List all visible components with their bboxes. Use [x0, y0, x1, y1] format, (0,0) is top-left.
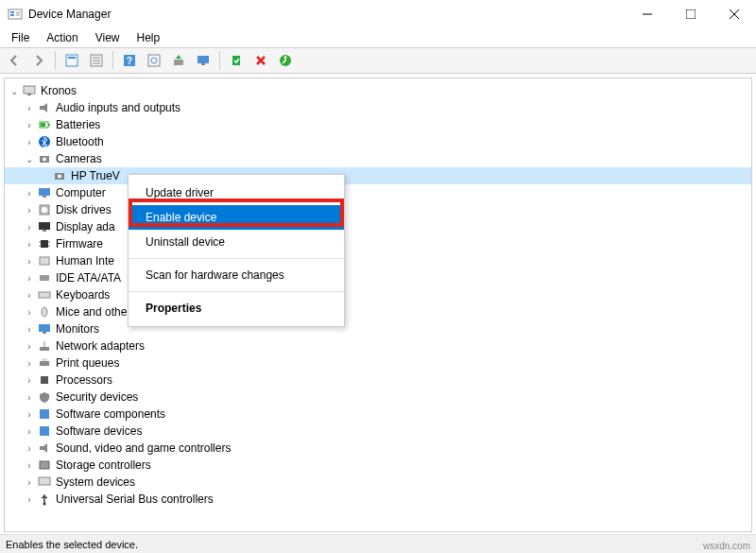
expand-icon[interactable]: › — [24, 375, 35, 386]
tree-category[interactable]: ›Batteries — [5, 116, 751, 133]
context-menu-separator — [129, 258, 344, 259]
expand-icon[interactable]: › — [24, 392, 35, 403]
expand-icon[interactable]: › — [24, 460, 35, 471]
tree-category[interactable]: ›Universal Serial Bus controllers — [5, 491, 751, 508]
system-icon — [37, 475, 52, 490]
camera-icon — [52, 168, 67, 183]
expand-icon[interactable]: › — [24, 273, 35, 284]
expand-icon[interactable]: › — [24, 256, 35, 267]
tree-category[interactable]: ›System devices — [5, 474, 751, 491]
tree-category[interactable]: ›Software devices — [5, 423, 751, 440]
tree-category[interactable]: ›Software components — [5, 406, 751, 423]
collapse-icon[interactable]: ⌄ — [9, 86, 20, 96]
context-menu-item[interactable]: Enable device — [129, 205, 344, 230]
expand-icon[interactable]: › — [24, 222, 35, 233]
enable-button[interactable] — [226, 50, 247, 71]
tree-category[interactable]: ⌄Cameras — [5, 150, 751, 167]
expand-icon[interactable]: › — [24, 324, 35, 335]
context-menu-item[interactable]: Uninstall device — [129, 230, 344, 254]
toolbar-separator — [55, 51, 56, 70]
tree-category[interactable]: ›Disk drives — [5, 201, 751, 218]
tree-category-label: System devices — [56, 475, 135, 489]
tree-category[interactable]: ›Mice and other pointing devices — [5, 303, 751, 320]
svg-rect-24 — [27, 94, 31, 95]
tree-device[interactable]: HP TrueV — [5, 167, 751, 184]
menu-file[interactable]: File — [4, 29, 37, 46]
tree-category[interactable]: ›Human Inte — [5, 252, 751, 269]
expand-icon[interactable]: › — [24, 290, 35, 301]
context-menu-item[interactable]: Update driver — [129, 181, 344, 205]
show-hidden-button[interactable] — [61, 50, 82, 71]
tree-category-label: Storage controllers — [56, 458, 151, 472]
minimize-button[interactable] — [626, 0, 669, 28]
svg-rect-3 — [16, 11, 20, 16]
back-button[interactable] — [4, 50, 25, 71]
monitor-button[interactable] — [193, 50, 214, 71]
maximize-button[interactable] — [669, 0, 713, 28]
printer-icon — [37, 355, 52, 371]
expand-icon[interactable]: › — [24, 103, 35, 113]
svg-rect-18 — [174, 60, 183, 65]
status-text: Enables the selected device. — [6, 539, 138, 550]
menu-action[interactable]: Action — [39, 29, 85, 46]
display-icon — [37, 219, 52, 234]
forward-button[interactable] — [28, 50, 49, 71]
expand-icon[interactable]: › — [24, 409, 35, 420]
tree-category[interactable]: ›Network adapters — [5, 337, 751, 354]
tree-category[interactable]: ›Display ada — [5, 218, 751, 235]
software-icon — [37, 406, 52, 422]
expand-icon[interactable]: › — [24, 307, 35, 318]
svg-rect-27 — [48, 124, 50, 126]
uninstall-button[interactable] — [250, 50, 271, 71]
menu-view[interactable]: View — [88, 29, 128, 46]
svg-rect-54 — [40, 361, 49, 366]
properties-button[interactable] — [86, 50, 107, 71]
update-driver-button[interactable] — [168, 50, 189, 71]
tree-category[interactable]: ›Sound, video and game controllers — [5, 440, 751, 457]
tree-category[interactable]: ›Monitors — [5, 320, 751, 337]
svg-rect-23 — [24, 86, 35, 94]
device-tree[interactable]: ⌄ Kronos ›Audio inputs and outputs›Batte… — [4, 78, 752, 532]
expand-icon[interactable]: › — [24, 443, 35, 454]
watermark: wsxdn.com — [703, 541, 750, 551]
disk-icon — [37, 202, 52, 217]
tree-category-label: Disk drives — [56, 203, 112, 216]
svg-rect-46 — [40, 275, 49, 281]
tree-category[interactable]: ›IDE ATA/ATA — [5, 269, 751, 286]
svg-rect-35 — [43, 196, 46, 198]
tree-category[interactable]: ›Keyboards — [5, 286, 751, 303]
tree-category[interactable]: ›Firmware — [5, 235, 751, 252]
toolbar: ? — [0, 47, 756, 74]
help-button[interactable]: ? — [119, 50, 140, 71]
context-menu-item[interactable]: Scan for hardware changes — [129, 263, 344, 287]
expand-icon[interactable]: › — [24, 239, 35, 250]
expand-icon[interactable]: ⌄ — [24, 154, 35, 164]
expand-icon[interactable]: › — [24, 205, 35, 216]
svg-rect-60 — [40, 461, 49, 469]
refresh-button[interactable] — [275, 50, 296, 71]
svg-rect-9 — [68, 57, 76, 59]
tree-category[interactable]: ›Print queues — [5, 354, 751, 372]
tree-root[interactable]: ⌄ Kronos — [5, 82, 751, 99]
tree-category[interactable]: ›Processors — [5, 372, 751, 389]
expand-icon[interactable]: › — [24, 341, 35, 352]
expand-icon[interactable]: › — [24, 426, 35, 437]
context-menu-item[interactable]: Properties — [129, 296, 344, 320]
tree-category-label: Sound, video and game controllers — [56, 441, 231, 455]
tree-category[interactable]: ›Computer — [5, 184, 751, 201]
expand-icon[interactable]: › — [24, 188, 35, 199]
tree-category[interactable]: ›Security devices — [5, 389, 751, 406]
menu-help[interactable]: Help — [129, 29, 168, 46]
tree-category[interactable]: ›Storage controllers — [5, 457, 751, 474]
close-button[interactable] — [713, 0, 756, 28]
tree-category[interactable]: ›Bluetooth — [5, 133, 751, 150]
tree-category[interactable]: ›Audio inputs and outputs — [5, 99, 751, 116]
svg-rect-34 — [39, 188, 50, 196]
svg-rect-40 — [41, 240, 48, 248]
expand-icon[interactable]: › — [24, 477, 35, 488]
expand-icon[interactable]: › — [24, 120, 35, 130]
expand-icon[interactable]: › — [24, 358, 35, 369]
expand-icon[interactable]: › — [24, 137, 35, 147]
scan-button[interactable] — [144, 50, 164, 71]
expand-icon[interactable]: › — [24, 494, 35, 505]
